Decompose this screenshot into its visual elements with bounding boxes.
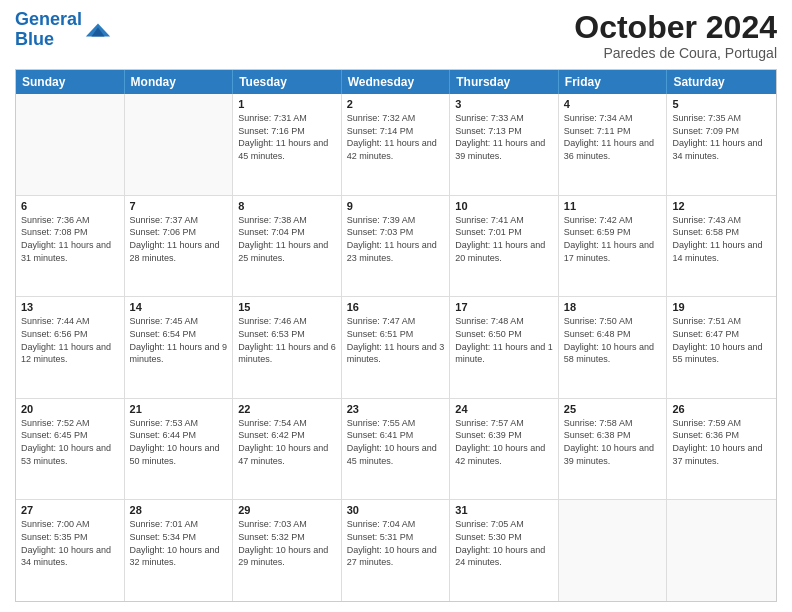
calendar-cell [667, 500, 776, 601]
calendar-cell: 14Sunrise: 7:45 AM Sunset: 6:54 PM Dayli… [125, 297, 234, 398]
cell-info: Sunrise: 7:41 AM Sunset: 7:01 PM Dayligh… [455, 214, 553, 264]
calendar-cell: 15Sunrise: 7:46 AM Sunset: 6:53 PM Dayli… [233, 297, 342, 398]
cell-info: Sunrise: 7:31 AM Sunset: 7:16 PM Dayligh… [238, 112, 336, 162]
calendar-body: 1Sunrise: 7:31 AM Sunset: 7:16 PM Daylig… [16, 94, 776, 601]
calendar-row-2: 13Sunrise: 7:44 AM Sunset: 6:56 PM Dayli… [16, 297, 776, 399]
cell-date: 15 [238, 301, 336, 313]
cell-date: 28 [130, 504, 228, 516]
cell-date: 3 [455, 98, 553, 110]
calendar-cell: 18Sunrise: 7:50 AM Sunset: 6:48 PM Dayli… [559, 297, 668, 398]
calendar-cell: 22Sunrise: 7:54 AM Sunset: 6:42 PM Dayli… [233, 399, 342, 500]
calendar-cell: 16Sunrise: 7:47 AM Sunset: 6:51 PM Dayli… [342, 297, 451, 398]
cell-date: 19 [672, 301, 771, 313]
cell-info: Sunrise: 7:00 AM Sunset: 5:35 PM Dayligh… [21, 518, 119, 568]
cell-info: Sunrise: 7:32 AM Sunset: 7:14 PM Dayligh… [347, 112, 445, 162]
month-title: October 2024 [574, 10, 777, 45]
page: GeneralBlue October 2024 Paredes de Cour… [0, 0, 792, 612]
calendar-cell: 2Sunrise: 7:32 AM Sunset: 7:14 PM Daylig… [342, 94, 451, 195]
cell-info: Sunrise: 7:59 AM Sunset: 6:36 PM Dayligh… [672, 417, 771, 467]
cell-date: 4 [564, 98, 662, 110]
cell-info: Sunrise: 7:54 AM Sunset: 6:42 PM Dayligh… [238, 417, 336, 467]
calendar-cell: 29Sunrise: 7:03 AM Sunset: 5:32 PM Dayli… [233, 500, 342, 601]
cell-date: 6 [21, 200, 119, 212]
calendar-cell: 9Sunrise: 7:39 AM Sunset: 7:03 PM Daylig… [342, 196, 451, 297]
logo: GeneralBlue [15, 10, 112, 50]
calendar-cell: 19Sunrise: 7:51 AM Sunset: 6:47 PM Dayli… [667, 297, 776, 398]
cell-date: 23 [347, 403, 445, 415]
cell-date: 16 [347, 301, 445, 313]
calendar-row-4: 27Sunrise: 7:00 AM Sunset: 5:35 PM Dayli… [16, 500, 776, 601]
cell-date: 14 [130, 301, 228, 313]
cell-info: Sunrise: 7:04 AM Sunset: 5:31 PM Dayligh… [347, 518, 445, 568]
weekday-header-thursday: Thursday [450, 70, 559, 94]
calendar-cell: 5Sunrise: 7:35 AM Sunset: 7:09 PM Daylig… [667, 94, 776, 195]
calendar-cell [16, 94, 125, 195]
cell-date: 9 [347, 200, 445, 212]
weekday-header-saturday: Saturday [667, 70, 776, 94]
cell-date: 12 [672, 200, 771, 212]
calendar-cell: 3Sunrise: 7:33 AM Sunset: 7:13 PM Daylig… [450, 94, 559, 195]
cell-date: 26 [672, 403, 771, 415]
cell-date: 10 [455, 200, 553, 212]
cell-date: 11 [564, 200, 662, 212]
calendar-cell: 30Sunrise: 7:04 AM Sunset: 5:31 PM Dayli… [342, 500, 451, 601]
cell-info: Sunrise: 7:01 AM Sunset: 5:34 PM Dayligh… [130, 518, 228, 568]
calendar-cell: 31Sunrise: 7:05 AM Sunset: 5:30 PM Dayli… [450, 500, 559, 601]
cell-info: Sunrise: 7:55 AM Sunset: 6:41 PM Dayligh… [347, 417, 445, 467]
header: GeneralBlue October 2024 Paredes de Cour… [15, 10, 777, 61]
weekday-header-wednesday: Wednesday [342, 70, 451, 94]
cell-date: 2 [347, 98, 445, 110]
cell-date: 27 [21, 504, 119, 516]
cell-info: Sunrise: 7:57 AM Sunset: 6:39 PM Dayligh… [455, 417, 553, 467]
cell-date: 29 [238, 504, 336, 516]
cell-date: 30 [347, 504, 445, 516]
calendar-cell: 11Sunrise: 7:42 AM Sunset: 6:59 PM Dayli… [559, 196, 668, 297]
calendar-row-3: 20Sunrise: 7:52 AM Sunset: 6:45 PM Dayli… [16, 399, 776, 501]
cell-date: 25 [564, 403, 662, 415]
logo-text: GeneralBlue [15, 10, 82, 50]
calendar-cell: 12Sunrise: 7:43 AM Sunset: 6:58 PM Dayli… [667, 196, 776, 297]
calendar-cell: 13Sunrise: 7:44 AM Sunset: 6:56 PM Dayli… [16, 297, 125, 398]
calendar-row-0: 1Sunrise: 7:31 AM Sunset: 7:16 PM Daylig… [16, 94, 776, 196]
calendar-cell: 26Sunrise: 7:59 AM Sunset: 6:36 PM Dayli… [667, 399, 776, 500]
weekday-header-sunday: Sunday [16, 70, 125, 94]
cell-info: Sunrise: 7:42 AM Sunset: 6:59 PM Dayligh… [564, 214, 662, 264]
calendar-cell: 10Sunrise: 7:41 AM Sunset: 7:01 PM Dayli… [450, 196, 559, 297]
cell-info: Sunrise: 7:53 AM Sunset: 6:44 PM Dayligh… [130, 417, 228, 467]
cell-date: 7 [130, 200, 228, 212]
cell-date: 1 [238, 98, 336, 110]
calendar-cell: 17Sunrise: 7:48 AM Sunset: 6:50 PM Dayli… [450, 297, 559, 398]
cell-date: 24 [455, 403, 553, 415]
calendar-cell: 4Sunrise: 7:34 AM Sunset: 7:11 PM Daylig… [559, 94, 668, 195]
title-block: October 2024 Paredes de Coura, Portugal [574, 10, 777, 61]
calendar-cell [559, 500, 668, 601]
calendar-cell: 20Sunrise: 7:52 AM Sunset: 6:45 PM Dayli… [16, 399, 125, 500]
cell-info: Sunrise: 7:33 AM Sunset: 7:13 PM Dayligh… [455, 112, 553, 162]
cell-info: Sunrise: 7:05 AM Sunset: 5:30 PM Dayligh… [455, 518, 553, 568]
cell-info: Sunrise: 7:43 AM Sunset: 6:58 PM Dayligh… [672, 214, 771, 264]
cell-info: Sunrise: 7:35 AM Sunset: 7:09 PM Dayligh… [672, 112, 771, 162]
cell-info: Sunrise: 7:48 AM Sunset: 6:50 PM Dayligh… [455, 315, 553, 365]
cell-info: Sunrise: 7:34 AM Sunset: 7:11 PM Dayligh… [564, 112, 662, 162]
cell-date: 13 [21, 301, 119, 313]
weekday-header-friday: Friday [559, 70, 668, 94]
calendar-cell: 27Sunrise: 7:00 AM Sunset: 5:35 PM Dayli… [16, 500, 125, 601]
cell-date: 17 [455, 301, 553, 313]
cell-info: Sunrise: 7:47 AM Sunset: 6:51 PM Dayligh… [347, 315, 445, 365]
calendar-cell: 8Sunrise: 7:38 AM Sunset: 7:04 PM Daylig… [233, 196, 342, 297]
cell-info: Sunrise: 7:58 AM Sunset: 6:38 PM Dayligh… [564, 417, 662, 467]
cell-date: 20 [21, 403, 119, 415]
calendar: SundayMondayTuesdayWednesdayThursdayFrid… [15, 69, 777, 602]
cell-date: 21 [130, 403, 228, 415]
cell-date: 31 [455, 504, 553, 516]
weekday-header-monday: Monday [125, 70, 234, 94]
calendar-header: SundayMondayTuesdayWednesdayThursdayFrid… [16, 70, 776, 94]
calendar-cell [125, 94, 234, 195]
cell-info: Sunrise: 7:03 AM Sunset: 5:32 PM Dayligh… [238, 518, 336, 568]
cell-date: 8 [238, 200, 336, 212]
cell-info: Sunrise: 7:52 AM Sunset: 6:45 PM Dayligh… [21, 417, 119, 467]
cell-info: Sunrise: 7:46 AM Sunset: 6:53 PM Dayligh… [238, 315, 336, 365]
cell-date: 22 [238, 403, 336, 415]
cell-info: Sunrise: 7:36 AM Sunset: 7:08 PM Dayligh… [21, 214, 119, 264]
calendar-cell: 24Sunrise: 7:57 AM Sunset: 6:39 PM Dayli… [450, 399, 559, 500]
